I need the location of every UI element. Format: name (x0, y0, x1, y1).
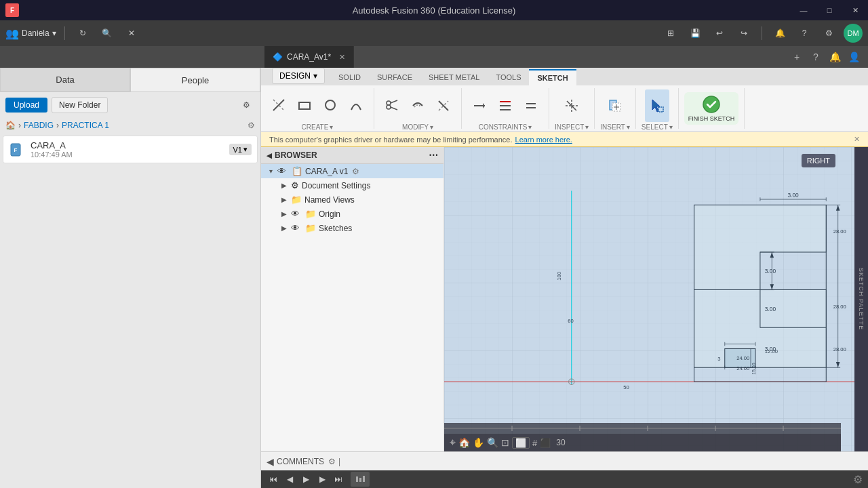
home-view-icon[interactable]: 🏠 (458, 437, 470, 448)
active-tab[interactable]: 🔷 CARA_Av1* ✕ (264, 46, 354, 68)
svg-text:100: 100 (556, 272, 562, 281)
new-tab-button[interactable]: + (788, 48, 806, 66)
browser-root[interactable]: ▾ 👁 📋 CARA_A v1 ⚙ (261, 164, 443, 178)
comments-settings-icon[interactable]: ⚙ (328, 457, 336, 466)
browser-collapse-icon[interactable]: ◀ (267, 152, 272, 159)
people-tab[interactable]: People (130, 68, 260, 92)
bottom-settings-icon[interactable]: ⚙ (853, 473, 863, 486)
learn-more-link[interactable]: Learn more here. (515, 136, 572, 144)
minimize-button[interactable]: — (791, 0, 816, 20)
grid-icon[interactable]: ⊞ (661, 24, 680, 43)
comments-toggle-icon[interactable]: | (338, 457, 340, 466)
close-toolbar-button[interactable]: ✕ (122, 24, 141, 43)
breadcrumb-settings-icon[interactable]: ⚙ (248, 121, 255, 130)
breadcrumb-fabdig[interactable]: FABDIG (24, 121, 54, 130)
home-icon[interactable]: 🏠 (5, 121, 16, 130)
maximize-button[interactable]: □ (816, 0, 842, 20)
browser-origin[interactable]: ▶ 👁 📁 Origin (261, 207, 443, 221)
select-label[interactable]: SELECT▾ (642, 123, 673, 131)
toolbar: 👥 Daniela ▾ ↻ 🔍 ✕ ⊞ 💾 ↩ ↪ 🔔 ? ⚙ DM (0, 20, 868, 46)
browser-named-views[interactable]: ▶ 📁 Named Views (261, 192, 443, 207)
upload-button[interactable]: Upload (5, 98, 47, 113)
design-dropdown[interactable]: DESIGN ▾ (272, 68, 325, 84)
inspect-tool[interactable] (559, 89, 584, 122)
account-icon[interactable]: 👤 (845, 48, 863, 66)
tab-surface[interactable]: SURFACE (369, 69, 420, 85)
user-menu[interactable]: 👥 Daniela ▾ (5, 27, 56, 40)
help-button[interactable]: ? (795, 24, 814, 43)
nav-prev-button[interactable]: ◀ (283, 472, 296, 486)
modify-label[interactable]: MODIFY▾ (402, 123, 433, 131)
circle-tool[interactable] (318, 89, 342, 122)
save-button[interactable]: 💾 (686, 24, 705, 43)
browser-sketches[interactable]: ▶ 👁 📁 Sketches (261, 221, 443, 235)
select-tool[interactable] (645, 89, 669, 122)
help-icon[interactable]: ? (807, 48, 825, 66)
tab-sketch[interactable]: SKETCH (529, 69, 576, 85)
nav-play-button[interactable]: ▶ (299, 472, 313, 486)
bottom-bar: ⏮ ◀ ▶ ▶ ⏭ ⚙ (261, 470, 868, 488)
orbit-icon[interactable]: ⌖ (450, 436, 456, 449)
browser-expand-icon[interactable]: ⋯ (429, 150, 438, 161)
data-tab[interactable]: Data (0, 68, 130, 92)
design-caret-icon: ▾ (313, 71, 317, 81)
trim-tool[interactable] (431, 89, 456, 122)
sketch-palette-label: SKETCH PALETTE (858, 268, 865, 330)
view-cube-icon[interactable]: ⬛ (540, 438, 551, 448)
root-expand-icon: ▾ (267, 167, 275, 175)
user-avatar[interactable]: DM (844, 24, 863, 43)
finish-sketch-group: FINISH SKETCH (679, 88, 745, 129)
insert-tool[interactable] (603, 89, 627, 122)
search-button[interactable]: 🔍 (98, 24, 117, 43)
root-settings-icon[interactable]: ⚙ (352, 167, 359, 176)
pan-icon[interactable]: ✋ (473, 437, 484, 448)
file-version[interactable]: V1 ▾ (229, 144, 252, 155)
tab-tools[interactable]: TOOLS (488, 69, 529, 85)
doc-settings-icon: ⚙ (291, 180, 299, 190)
nav-next-button[interactable]: ▶ (315, 472, 329, 486)
nav-end-button[interactable]: ⏭ (332, 472, 345, 486)
notification-icon[interactable]: 🔔 (826, 48, 844, 66)
arc-tool[interactable] (344, 89, 368, 122)
grid-display-icon[interactable]: # (532, 438, 537, 448)
timeline-tool[interactable] (351, 472, 370, 487)
constraint-horizontal[interactable] (467, 89, 492, 122)
close-button[interactable]: ✕ (842, 0, 868, 20)
window-controls: — □ ✕ (791, 0, 868, 20)
new-folder-button[interactable]: New Folder (52, 97, 108, 113)
inspect-label[interactable]: INSPECT▾ (555, 123, 589, 131)
root-eye-icon: 👁 (277, 166, 286, 176)
comments-expand-icon[interactable]: ◀ (267, 456, 274, 467)
zoom-fit-icon[interactable]: ⊡ (501, 437, 509, 448)
refresh-button[interactable]: ↻ (73, 24, 92, 43)
rect-tool[interactable] (292, 89, 317, 122)
zoom-icon[interactable]: 🔍 (487, 437, 498, 448)
file-item[interactable]: F CARA_A 10:47:49 AM V1 ▾ (3, 136, 258, 163)
canvas-viewport[interactable]: 3.00 28.00 28.00 28.00 3.00 3.00 3.00 24… (444, 147, 854, 451)
line-tool[interactable] (267, 89, 291, 122)
sketches-eye-icon: 👁 (291, 223, 300, 233)
create-label[interactable]: CREATE▾ (302, 123, 334, 131)
redo-button[interactable]: ↪ (734, 24, 753, 43)
tab-sheet-metal[interactable]: SHEET METAL (420, 69, 488, 85)
offset-tool[interactable] (406, 89, 430, 122)
finish-sketch-button[interactable]: FINISH SKETCH (684, 92, 739, 125)
browser-doc-settings[interactable]: ▶ ⚙ Document Settings (261, 178, 443, 192)
tab-close-icon[interactable]: ✕ (339, 53, 345, 62)
undo-button[interactable]: ↩ (710, 24, 729, 43)
nav-rewind-button[interactable]: ⏮ (267, 472, 280, 486)
warning-close-button[interactable]: ✕ (854, 135, 860, 144)
sketch-palette-panel: SKETCH PALETTE (854, 147, 868, 451)
constraint-equal[interactable] (519, 89, 543, 122)
tab-solid[interactable]: SOLID (330, 69, 369, 85)
scissors-tool[interactable] (380, 89, 404, 122)
breadcrumb-practica[interactable]: PRACTICA 1 (62, 121, 109, 130)
settings-button[interactable]: ⚙ (819, 24, 838, 43)
modify-group-items (380, 89, 456, 122)
constraint-line[interactable] (493, 89, 517, 122)
insert-label[interactable]: INSERT▾ (600, 123, 630, 131)
display-mode-icon[interactable]: ⬜ (512, 437, 530, 449)
panel-settings-icon[interactable]: ⚙ (237, 96, 255, 114)
notification-button[interactable]: 🔔 (770, 24, 789, 43)
constraints-label[interactable]: CONSTRAINTS▾ (479, 123, 532, 131)
